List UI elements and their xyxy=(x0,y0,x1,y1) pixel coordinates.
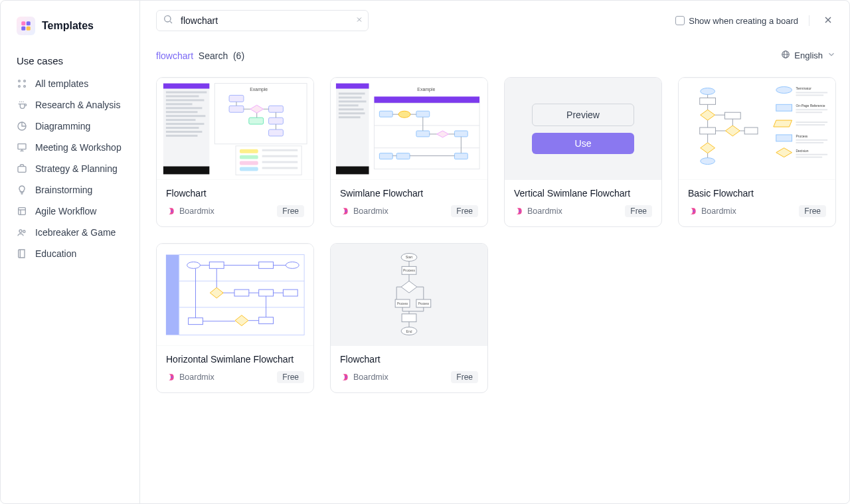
price-badge: Free xyxy=(451,205,478,217)
language-label: English xyxy=(794,50,823,60)
show-when-creating-checkbox[interactable]: Show when creating a board xyxy=(675,16,798,26)
template-thumbnail xyxy=(157,78,313,180)
cards-icon xyxy=(17,206,27,216)
template-title: Vertical Swimlane Flowchart xyxy=(514,188,652,199)
nav-label: All templates xyxy=(35,78,88,89)
sidebar-item-diagramming[interactable]: Diagramming xyxy=(7,116,133,137)
search-summary: flowchart Search (6) xyxy=(156,50,244,61)
use-button[interactable]: Use xyxy=(532,133,634,154)
template-title: Basic Flowchart xyxy=(688,188,826,199)
sidebar-header: Templates xyxy=(1,17,139,48)
sidebar-item-icebreaker-game[interactable]: Icebreaker & Game xyxy=(7,222,133,243)
chevron-down-icon xyxy=(827,50,836,61)
template-title: Flowchart xyxy=(340,354,478,365)
nav-label: Education xyxy=(35,248,76,259)
use-cases-label: Use cases xyxy=(1,48,139,73)
svg-line-19 xyxy=(170,21,172,23)
svg-point-30 xyxy=(693,210,695,212)
nav-list: All templatesResearch & AnalysisDiagramm… xyxy=(1,73,139,264)
summary-row: flowchart Search (6) English xyxy=(140,31,850,61)
svg-rect-8 xyxy=(18,144,26,149)
nav-label: Meeting & Workshop xyxy=(35,142,122,153)
sidebar-title: Templates xyxy=(42,20,94,32)
sidebar-item-agile-workflow[interactable]: Agile Workflow xyxy=(7,201,133,222)
template-thumbnail: PreviewUse xyxy=(505,78,661,180)
nav-label: Icebreaker & Game xyxy=(35,227,116,238)
template-author: Boardmix xyxy=(166,373,214,382)
sidebar-item-education[interactable]: Education xyxy=(7,243,133,264)
search-term: flowchart xyxy=(156,50,193,61)
svg-point-27 xyxy=(171,210,173,212)
svg-point-32 xyxy=(345,377,347,378)
template-title: Flowchart xyxy=(166,188,304,199)
svg-point-6 xyxy=(19,86,21,88)
price-badge: Free xyxy=(799,205,826,217)
nav-label: Strategy & Planning xyxy=(35,163,118,174)
template-thumbnail xyxy=(157,244,313,346)
template-card[interactable]: Swimlane FlowchartBoardmixFree xyxy=(330,77,488,227)
template-card[interactable]: FlowchartBoardmixFree xyxy=(330,243,488,393)
presentation-icon xyxy=(17,142,27,153)
template-thumbnail xyxy=(331,78,487,180)
boardmix-logo-icon xyxy=(340,373,349,382)
svg-rect-3 xyxy=(27,27,31,31)
price-badge: Free xyxy=(277,205,304,217)
svg-point-29 xyxy=(519,210,521,212)
close-button[interactable] xyxy=(820,12,836,30)
card-hover-overlay: PreviewUse xyxy=(505,78,661,180)
sidebar-item-meeting-workshop[interactable]: Meeting & Workshop xyxy=(7,137,133,158)
boardmix-logo-icon xyxy=(166,373,175,382)
templates-logo-icon xyxy=(17,17,35,35)
templates-grid: FlowchartBoardmixFreeSwimlane FlowchartB… xyxy=(140,61,850,409)
svg-rect-1 xyxy=(27,21,31,25)
preview-button[interactable]: Preview xyxy=(532,104,634,126)
checkbox-icon xyxy=(675,16,685,25)
group-icon xyxy=(17,227,27,238)
nav-label: Agile Workflow xyxy=(35,206,96,216)
search-input[interactable] xyxy=(156,10,369,31)
svg-point-5 xyxy=(24,80,26,82)
template-title: Horizontal Swimlane Flowchart xyxy=(166,354,304,365)
briefcase-icon xyxy=(17,163,27,174)
template-author: Boardmix xyxy=(688,207,736,216)
svg-rect-0 xyxy=(21,21,25,25)
template-card[interactable]: Basic FlowchartBoardmixFree xyxy=(678,77,836,227)
language-selector[interactable]: English xyxy=(781,50,836,61)
sidebar: Templates Use cases All templatesResearc… xyxy=(1,1,140,503)
template-title: Swimlane Flowchart xyxy=(340,188,478,199)
price-badge: Free xyxy=(277,371,304,383)
svg-point-15 xyxy=(19,230,22,232)
summary-count: (6) xyxy=(233,50,244,61)
svg-rect-2 xyxy=(21,27,25,31)
sidebar-item-all-templates[interactable]: All templates xyxy=(7,73,133,94)
template-thumbnail xyxy=(679,78,835,180)
search-icon xyxy=(163,14,173,27)
price-badge: Free xyxy=(625,205,652,217)
book-icon xyxy=(17,248,27,259)
svg-point-28 xyxy=(345,210,347,212)
boardmix-logo-icon xyxy=(340,207,349,216)
template-card[interactable]: PreviewUseVertical Swimlane FlowchartBoa… xyxy=(504,77,662,227)
nav-label: Brainstorming xyxy=(35,185,92,195)
sidebar-item-research-analysis[interactable]: Research & Analysis xyxy=(7,94,133,116)
clear-search-button[interactable] xyxy=(355,16,363,26)
svg-rect-12 xyxy=(19,208,26,215)
checkbox-label: Show when creating a board xyxy=(689,16,798,26)
nav-label: Research & Analysis xyxy=(35,100,120,110)
template-card[interactable]: FlowchartBoardmixFree xyxy=(156,77,314,227)
topbar: Show when creating a board xyxy=(140,1,850,31)
grid-icon xyxy=(17,78,27,89)
svg-point-4 xyxy=(19,80,21,82)
svg-point-18 xyxy=(165,16,171,22)
cup-icon xyxy=(17,100,27,110)
boardmix-logo-icon xyxy=(166,207,175,216)
template-card[interactable]: Horizontal Swimlane FlowchartBoardmixFre… xyxy=(156,243,314,393)
boardmix-logo-icon xyxy=(514,207,523,216)
search-container xyxy=(156,10,369,31)
nav-label: Diagramming xyxy=(35,121,90,131)
sidebar-item-brainstorming[interactable]: Brainstorming xyxy=(7,179,133,201)
price-badge: Free xyxy=(451,371,478,383)
sidebar-item-strategy-planning[interactable]: Strategy & Planning xyxy=(7,158,133,179)
main-area: Show when creating a board flowchart Sea… xyxy=(140,1,850,503)
svg-point-31 xyxy=(171,377,173,378)
